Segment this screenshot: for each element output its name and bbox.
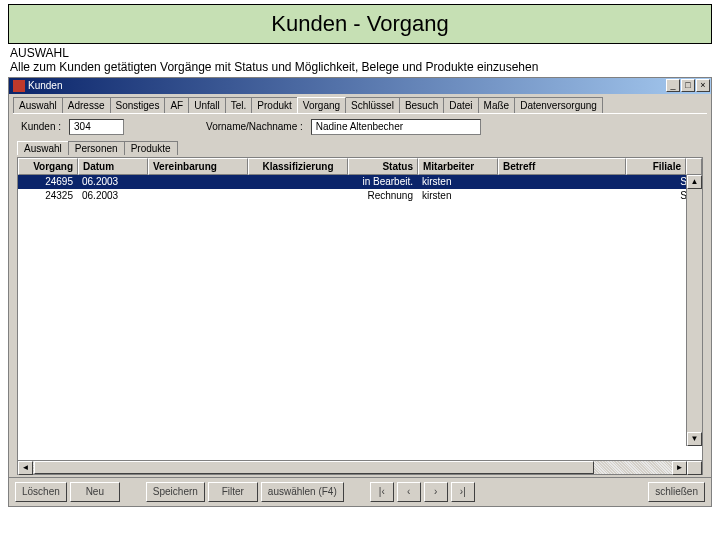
slide-title: Kunden - Vorgang — [8, 4, 712, 44]
tab-masse[interactable]: Maße — [478, 97, 516, 113]
col-vereinbarung[interactable]: Vereinbarung — [148, 158, 248, 175]
nav-first-button[interactable]: |‹ — [370, 482, 394, 502]
scroll-right-icon[interactable]: ► — [672, 461, 687, 475]
cell-vorgang: 24325 — [18, 190, 78, 201]
cell-datum: 06.2003 — [78, 190, 148, 201]
nav-next-button[interactable]: › — [424, 482, 448, 502]
new-button[interactable]: Neu — [70, 482, 120, 502]
close-button[interactable]: × — [696, 79, 710, 92]
delete-button[interactable]: Löschen — [15, 482, 67, 502]
close-window-button[interactable]: schließen — [648, 482, 705, 502]
tab-produkt[interactable]: Produkt — [251, 97, 297, 113]
desc-line-1: AUSWAHL — [10, 46, 710, 60]
grid-header-row: Vorgang Datum Vereinbarung Klassifizieru… — [18, 158, 702, 175]
name-field[interactable]: Nadine Altenbecher — [311, 119, 481, 135]
customer-field-row: Kunden : 304 Vorname/Nachname : Nadine A… — [9, 115, 711, 139]
scroll-up-icon[interactable]: ▲ — [687, 175, 702, 189]
app-icon — [13, 80, 25, 92]
name-label: Vorname/Nachname : — [206, 121, 303, 132]
cell-status: Rechnung — [348, 190, 418, 201]
horizontal-scrollbar[interactable]: ◄ ► — [18, 460, 702, 474]
save-button[interactable]: Speichern — [146, 482, 205, 502]
sub-tabs: Auswahl Personen Produkte — [9, 139, 711, 155]
data-grid: Vorgang Datum Vereinbarung Klassifizieru… — [17, 157, 703, 475]
window-title: Kunden — [28, 80, 62, 91]
tab-sonstiges[interactable]: Sonstiges — [110, 97, 166, 113]
cell-status: in Bearbeit. — [348, 176, 418, 187]
col-status[interactable]: Status — [348, 158, 418, 175]
bottom-toolbar: Löschen Neu Speichern Filter auswählen (… — [9, 477, 711, 506]
scroll-down-icon[interactable]: ▼ — [687, 432, 702, 446]
subtab-personen[interactable]: Personen — [68, 141, 125, 155]
main-tabs: Auswahl Adresse Sonstiges AF Unfall Tel.… — [9, 94, 711, 113]
col-datum[interactable]: Datum — [78, 158, 148, 175]
desc-line-2: Alle zum Kunden getätigten Vorgänge mit … — [10, 60, 710, 74]
subtab-produkte[interactable]: Produkte — [124, 141, 178, 155]
tab-auswahl[interactable]: Auswahl — [13, 97, 63, 113]
tab-schluessel[interactable]: Schlüssel — [345, 97, 400, 113]
tab-tel[interactable]: Tel. — [225, 97, 253, 113]
col-mitarbeiter[interactable]: Mitarbeiter — [418, 158, 498, 175]
minimize-button[interactable]: _ — [666, 79, 680, 92]
cell-vorgang: 24695 — [18, 176, 78, 187]
kunden-label: Kunden : — [21, 121, 61, 132]
scroll-left-icon[interactable]: ◄ — [18, 461, 33, 475]
kunden-id-field[interactable]: 304 — [69, 119, 124, 135]
app-window: Kunden _ □ × Auswahl Adresse Sonstiges A… — [8, 77, 712, 507]
cell-mitarbeiter: kirsten — [418, 176, 498, 187]
vertical-scrollbar[interactable]: ▲ ▼ — [686, 175, 702, 446]
scroll-corner — [687, 461, 702, 475]
cell-datum: 06.2003 — [78, 176, 148, 187]
grid-body: 24695 06.2003 in Bearbeit. kirsten SIC 2… — [18, 175, 702, 460]
titlebar: Kunden _ □ × — [9, 78, 711, 94]
tab-af[interactable]: AF — [164, 97, 189, 113]
table-row[interactable]: 24695 06.2003 in Bearbeit. kirsten SIC — [18, 175, 702, 189]
col-klassifizierung[interactable]: Klassifizierung — [248, 158, 348, 175]
cell-mitarbeiter: kirsten — [418, 190, 498, 201]
tab-unfall[interactable]: Unfall — [188, 97, 226, 113]
select-button[interactable]: auswählen (F4) — [261, 482, 344, 502]
tab-datei[interactable]: Datei — [443, 97, 478, 113]
col-filiale[interactable]: Filiale — [626, 158, 686, 175]
tab-vorgang[interactable]: Vorgang — [297, 97, 346, 113]
subtab-auswahl[interactable]: Auswahl — [17, 141, 69, 155]
col-vorgang[interactable]: Vorgang — [18, 158, 78, 175]
tab-adresse[interactable]: Adresse — [62, 97, 111, 113]
hscroll-thumb[interactable] — [34, 461, 594, 474]
slide-description: AUSWAHL Alle zum Kunden getätigten Vorgä… — [10, 46, 710, 75]
col-betreff[interactable]: Betreff — [498, 158, 626, 175]
tab-datenversorgung[interactable]: Datenversorgung — [514, 97, 603, 113]
filter-button[interactable]: Filter — [208, 482, 258, 502]
tab-besuch[interactable]: Besuch — [399, 97, 444, 113]
nav-last-button[interactable]: ›| — [451, 482, 475, 502]
nav-prev-button[interactable]: ‹ — [397, 482, 421, 502]
maximize-button[interactable]: □ — [681, 79, 695, 92]
col-scroll-spacer — [686, 158, 702, 175]
table-row[interactable]: 24325 06.2003 Rechnung kirsten SIC — [18, 189, 702, 203]
